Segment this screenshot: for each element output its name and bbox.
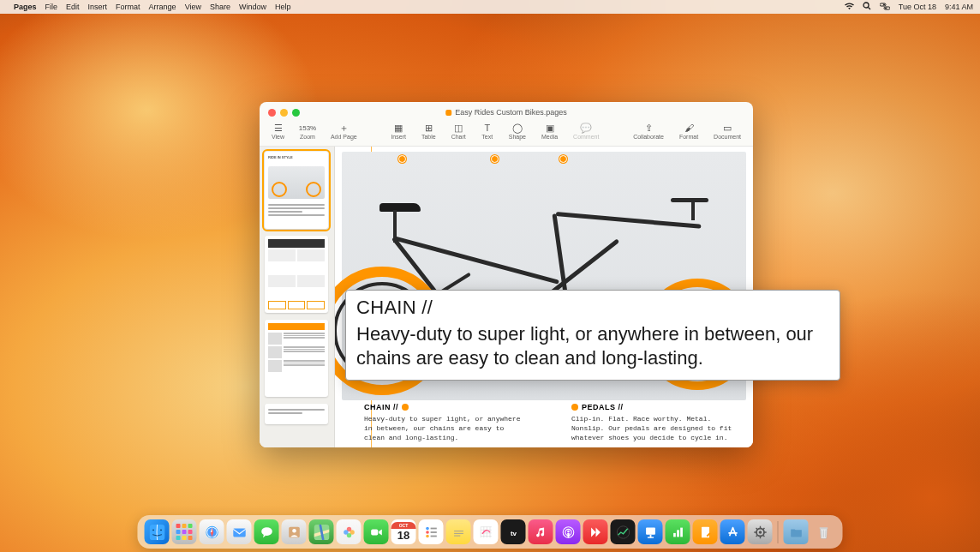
menubar: Pages File Edit Insert Format Arrange Vi… — [0, 0, 980, 14]
menu-insert[interactable]: Insert — [88, 3, 108, 11]
toolbar-format[interactable]: 🖌Format — [679, 123, 698, 140]
collaborate-icon: ⇪ — [642, 123, 654, 133]
thumbnail-page-2[interactable] — [265, 236, 328, 313]
dock-safari[interactable] — [200, 519, 224, 544]
svg-point-24 — [426, 531, 429, 534]
toolbar: ☰View 153%Zoom ＋Add Page ▦Insert ⊞Table … — [260, 123, 753, 147]
toolbar-table[interactable]: ⊞Table — [421, 123, 436, 140]
minimize-button[interactable] — [280, 109, 288, 117]
svg-rect-42 — [680, 527, 683, 537]
hover-title: CHAIN // — [356, 296, 829, 321]
dock-appstore[interactable] — [720, 519, 745, 544]
menu-arrange[interactable]: Arrange — [149, 3, 176, 11]
dock-music[interactable] — [529, 519, 553, 544]
toolbar-media[interactable]: ▣Media — [541, 123, 558, 140]
svg-point-5 — [885, 7, 887, 9]
menu-view[interactable]: View — [185, 3, 201, 11]
dock-tv[interactable]: tv — [501, 519, 526, 544]
svg-rect-29 — [454, 532, 463, 533]
dock-facetime[interactable] — [364, 519, 389, 544]
media-icon: ▣ — [544, 123, 556, 133]
menu-file[interactable]: File — [45, 3, 58, 11]
shape-icon: ◯ — [511, 123, 523, 133]
maximize-button[interactable] — [292, 109, 300, 117]
toolbar-comment[interactable]: 💬Comment — [573, 123, 599, 140]
spotlight-icon[interactable] — [863, 2, 871, 12]
toolbar-zoom[interactable]: 153%Zoom — [300, 123, 315, 140]
dock-messages[interactable] — [254, 519, 279, 544]
svg-text:tv: tv — [510, 529, 517, 537]
menu-help[interactable]: Help — [275, 3, 291, 11]
thumbnail-page-3[interactable] — [265, 320, 328, 397]
menubar-time[interactable]: 9:41 AM — [945, 3, 973, 11]
svg-line-1 — [868, 8, 870, 10]
callout-marker[interactable] — [559, 155, 567, 163]
toolbar-add-page[interactable]: ＋Add Page — [331, 123, 357, 140]
close-button[interactable] — [268, 109, 276, 117]
dock-pages[interactable] — [693, 519, 718, 544]
toolbar-chart[interactable]: ◫Chart — [451, 123, 466, 140]
dock-keynote[interactable] — [638, 519, 663, 544]
svg-point-13 — [261, 527, 272, 536]
thumbnail-page-4[interactable] — [265, 404, 328, 424]
callout-marker[interactable] — [491, 155, 499, 163]
menu-window[interactable]: Window — [239, 3, 266, 11]
column-chain[interactable]: CHAIN // Heavy-duty to super light, or a… — [364, 402, 529, 443]
marker-icon — [571, 404, 578, 411]
svg-rect-40 — [673, 532, 676, 537]
zoom-value: 153% — [302, 123, 314, 133]
control-center-icon[interactable] — [880, 3, 890, 12]
callout-marker[interactable] — [398, 155, 406, 163]
toolbar-text[interactable]: TText — [481, 123, 493, 140]
dock-contacts[interactable] — [282, 519, 307, 544]
toolbar-document[interactable]: ▭Document — [714, 123, 741, 140]
comment-icon: 💬 — [580, 123, 592, 133]
menubar-date[interactable]: Tue Oct 18 — [899, 3, 936, 11]
toolbar-view[interactable]: ☰View — [272, 123, 284, 140]
dock-podcasts[interactable] — [556, 519, 581, 544]
svg-point-3 — [883, 3, 885, 5]
svg-point-15 — [292, 528, 296, 532]
dock-trash[interactable] — [811, 519, 836, 544]
dock-notes[interactable] — [446, 519, 471, 544]
document-proxy-icon[interactable] — [445, 110, 451, 116]
dock-reminders[interactable] — [419, 519, 444, 544]
dock-photos[interactable] — [337, 519, 362, 544]
dock-maps[interactable] — [309, 519, 334, 544]
page-thumbnails[interactable]: RIDE IN STYLE — [260, 147, 335, 447]
format-icon: 🖌 — [683, 123, 695, 133]
app-menu[interactable]: Pages — [14, 3, 37, 11]
wifi-icon[interactable] — [845, 3, 854, 12]
document-icon: ▭ — [721, 123, 733, 133]
dock-stocks[interactable] — [611, 519, 636, 544]
dock-mail[interactable] — [227, 519, 252, 544]
svg-rect-27 — [430, 535, 436, 537]
svg-point-36 — [617, 525, 629, 537]
dock-downloads[interactable] — [784, 519, 809, 544]
dock-launchpad[interactable] — [172, 519, 197, 544]
svg-point-7 — [152, 529, 154, 531]
dock-settings[interactable] — [748, 519, 773, 544]
toolbar-shape[interactable]: ◯Shape — [509, 123, 526, 140]
dock-finder[interactable] — [145, 519, 170, 544]
hover-body: Heavy-duty to super light, or anywhere i… — [356, 322, 829, 371]
dock-numbers[interactable] — [666, 519, 690, 544]
menu-share[interactable]: Share — [210, 3, 230, 11]
dock-news[interactable] — [583, 519, 608, 544]
thumbnail-page-1[interactable]: RIDE IN STYLE — [265, 152, 328, 229]
toolbar-collaborate[interactable]: ⇪Collaborate — [633, 123, 664, 140]
traffic-lights — [268, 109, 300, 117]
chart-icon: ◫ — [452, 123, 464, 133]
titlebar[interactable]: Easy Rides Custom Bikes.pages — [260, 102, 753, 123]
svg-rect-31 — [480, 525, 492, 537]
svg-point-8 — [160, 529, 162, 531]
dock-freeform[interactable] — [474, 519, 499, 544]
window-title: Easy Rides Custom Bikes.pages — [445, 108, 567, 117]
add-page-icon: ＋ — [338, 123, 350, 133]
svg-rect-25 — [430, 531, 436, 533]
column-pedals[interactable]: PEDALS // Clip-in. Flat. Race worthy. Me… — [571, 402, 736, 443]
menu-edit[interactable]: Edit — [66, 3, 80, 11]
dock-calendar[interactable]: OCT18 — [391, 519, 416, 544]
toolbar-insert[interactable]: ▦Insert — [391, 123, 406, 140]
menu-format[interactable]: Format — [116, 3, 140, 11]
